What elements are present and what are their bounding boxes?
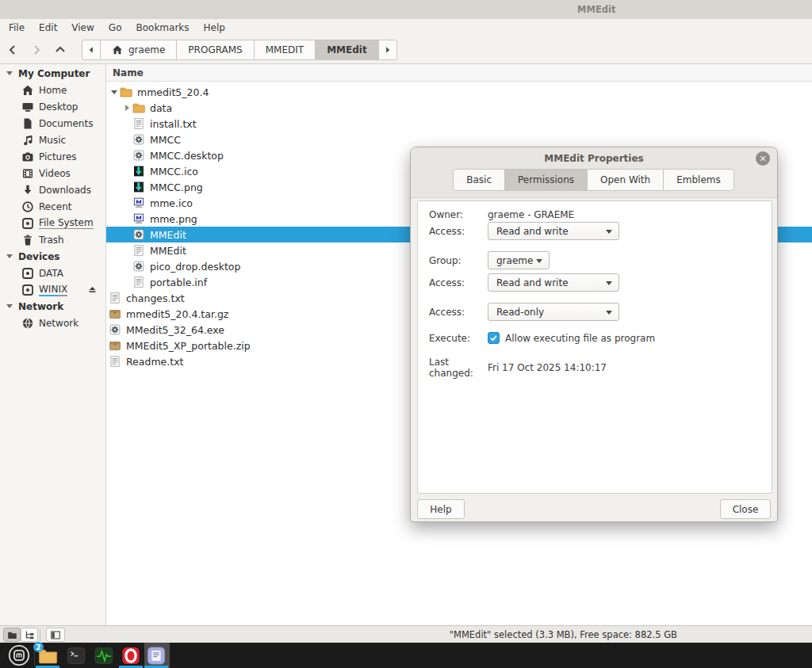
sidebar-item-music[interactable]: Music [0, 132, 105, 148]
menu-bookmarks[interactable]: Bookmarks [128, 21, 196, 35]
status-text: "MMEdit" selected (3.3 MB), Free space: … [450, 629, 677, 640]
sidebar-section-devices[interactable]: Devices [0, 248, 105, 265]
sidebar-item-desktop[interactable]: Desktop [0, 98, 105, 115]
sidebar-item-data[interactable]: DATA [0, 265, 105, 281]
sidebar-item-home[interactable]: Home [0, 82, 105, 98]
field-row-access: Access:Read-only [429, 303, 619, 321]
sidebar-item-videos[interactable]: Videos [0, 165, 105, 181]
help-button[interactable]: Help [417, 499, 465, 519]
menu-file[interactable]: File [2, 21, 32, 35]
up-button[interactable] [49, 40, 71, 60]
tb-terminal-icon [66, 645, 86, 666]
statusbar-separator [40, 628, 40, 641]
archive-icon [109, 339, 121, 352]
file-row-data[interactable]: data [106, 100, 812, 116]
icon-view-toggle-button[interactable] [3, 628, 21, 642]
menu-help[interactable]: Help [197, 21, 232, 35]
taskbar-app-files[interactable]: 2 [37, 644, 58, 666]
sidebar-section-network[interactable]: Network [0, 298, 105, 315]
sidebar-item-pictures[interactable]: Pictures [0, 148, 105, 165]
close-button[interactable]: Close [720, 499, 771, 519]
home-icon [21, 84, 34, 97]
mint-logo-icon [7, 643, 31, 667]
sidebar-section-my-computer[interactable]: My Computer [0, 65, 105, 82]
dialog-body: Owner:graeme - GRAEMEAccess:Read and wri… [417, 200, 772, 494]
taskbar: 2 [0, 643, 812, 668]
tree-view-toggle-button[interactable] [21, 628, 38, 642]
image-m-icon [132, 212, 145, 225]
file-row-install.txt[interactable]: install.txt [106, 116, 812, 132]
sidebar-item-documents[interactable]: Documents [0, 115, 105, 132]
sidebar-item-network[interactable]: Network [0, 315, 105, 331]
access-dropdown[interactable]: Read-only [488, 303, 619, 321]
eject-icon [87, 284, 98, 295]
text-icon [109, 355, 121, 368]
taskbar-app-opera[interactable] [121, 644, 141, 666]
file-row-mmedit5_20.4[interactable]: mmedit5_20.4 [106, 84, 812, 100]
sidebar-item-file-system[interactable]: File System [0, 215, 105, 231]
expander-icon[interactable] [109, 90, 120, 94]
close-icon[interactable]: ✕ [756, 151, 770, 166]
tb-opera-icon [121, 645, 141, 666]
sidebar-item-recent[interactable]: Recent [0, 198, 105, 215]
forward-button[interactable] [25, 40, 48, 60]
breadcrumb-mmedit[interactable]: MMEdit [315, 40, 379, 60]
breadcrumb-graeme[interactable]: graeme [100, 40, 177, 60]
window-titlebar: MMEdit [0, 0, 812, 19]
tab-emblems[interactable]: Emblems [663, 169, 734, 191]
breadcrumb-mmedit[interactable]: MMEDIT [254, 40, 316, 60]
access-dropdown[interactable]: Read and write [488, 273, 619, 292]
folder-icon [132, 101, 145, 114]
column-header-name[interactable]: Name [106, 64, 812, 82]
sidebar-item-downloads[interactable]: Downloads [0, 181, 105, 198]
taskbar-app-terminal[interactable] [66, 644, 86, 666]
menu-go[interactable]: Go [102, 21, 129, 35]
sidebar-item-winix[interactable]: WINIX [0, 281, 105, 298]
menubar: FileEditViewGoBookmarksHelp [0, 19, 812, 36]
field-row-execute: Execute:Allow executing file as program [429, 332, 655, 344]
field-value: graeme - GRAEME [488, 209, 574, 220]
notification-badge: 2 [33, 642, 44, 652]
image-m-icon [132, 197, 145, 209]
side-pane-toggle-button[interactable] [46, 628, 65, 642]
tab-basic[interactable]: Basic [453, 169, 505, 191]
file-name: MMCC.ico [150, 166, 198, 177]
breadcrumb-scroll-left-button[interactable] [82, 40, 101, 60]
group-dropdown[interactable]: graeme [488, 251, 550, 269]
mint-menu-button[interactable] [6, 643, 32, 668]
taskbar-app-text-editor[interactable] [146, 644, 167, 666]
dialog-header: MMEdit Properties ✕ BasicPermissionsOpen… [411, 147, 777, 198]
taskbar-app-system-monitor[interactable] [94, 644, 114, 666]
file-row-mmcc[interactable]: MMCC [106, 132, 812, 147]
execute-checkbox[interactable] [488, 332, 500, 344]
tab-open-with[interactable]: Open With [587, 169, 664, 191]
sidebar-item-trash[interactable]: Trash [0, 231, 105, 248]
tab-permissions[interactable]: Permissions [504, 169, 588, 191]
file-name: MMCC.desktop [150, 150, 224, 162]
chevron-down-icon [606, 311, 612, 315]
eject-button[interactable] [87, 284, 98, 297]
field-row-access: Access:Read and write [429, 222, 619, 240]
exec-icon [132, 149, 145, 162]
camera-icon [21, 151, 34, 163]
file-name: changes.txt [126, 292, 185, 304]
home-icon [112, 44, 123, 55]
file-name: MMedit5_32_64.exe [126, 324, 224, 336]
menu-edit[interactable]: Edit [32, 21, 64, 35]
file-name: mme.ico [150, 197, 193, 209]
archive-icon [109, 307, 121, 320]
download-icon [21, 184, 34, 197]
breadcrumb-programs[interactable]: PROGRAMS [176, 40, 254, 60]
file-name: MMCC.png [150, 181, 203, 193]
exec-icon [109, 323, 121, 336]
expander-icon[interactable] [121, 105, 132, 111]
file-name: data [150, 102, 172, 114]
file-name: MMCC [150, 134, 181, 146]
menu-view[interactable]: View [64, 21, 101, 35]
globe-icon [21, 317, 34, 330]
back-button[interactable] [2, 40, 24, 60]
access-dropdown[interactable]: Read and write [488, 222, 619, 240]
breadcrumb-scroll-right-button[interactable] [378, 40, 397, 60]
field-row-owner: Owner:graeme - GRAEME [429, 209, 574, 220]
file-name: Readme.txt [126, 356, 183, 368]
